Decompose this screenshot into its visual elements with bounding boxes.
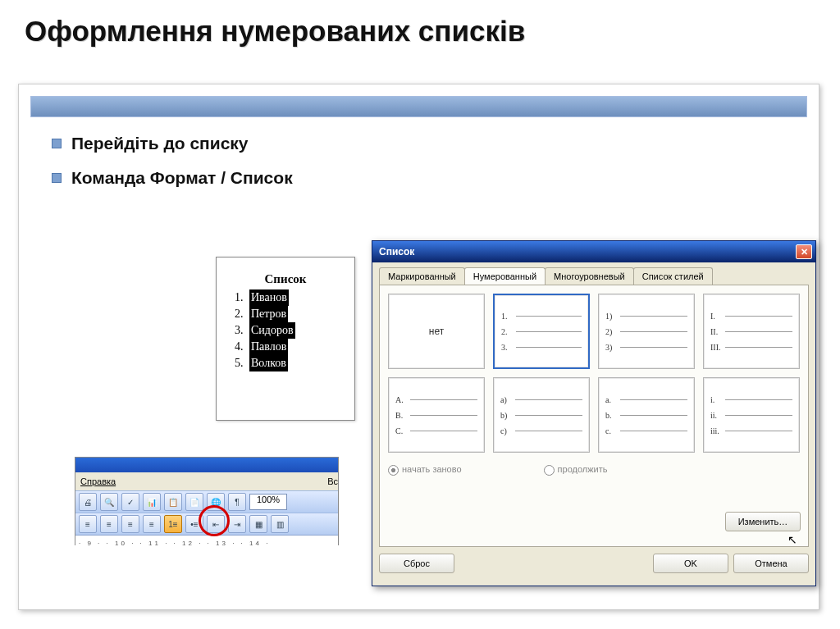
format-option[interactable]: 1. 2. 3. bbox=[493, 294, 590, 369]
window-titlebar bbox=[75, 458, 338, 472]
borders-icon[interactable]: ▦ bbox=[249, 515, 267, 533]
content-frame: Перейдіть до списку Команда Формат / Спи… bbox=[18, 84, 819, 610]
toolbar-screenshot: Справка Вс 🖨 🔍 ✓ 📊 📋 📄 🌐 ¶ 100% ≡ ≡ ≡ ≡ … bbox=[75, 457, 339, 545]
slide-title: Оформлення нумерованих списків bbox=[25, 15, 840, 48]
toolbar-row-2: ≡ ≡ ≡ ≡ 1≡ •≡ ⇤ ⇥ ▦ ▥ bbox=[75, 513, 338, 535]
dialog-body: нет 1. 2. 3. 1) 2) 3) I. II. III. bbox=[379, 285, 809, 547]
dialog-titlebar: Список ✕ bbox=[372, 241, 815, 262]
toolbar-icon[interactable]: 🔍 bbox=[100, 493, 118, 511]
toolbar-row-1: 🖨 🔍 ✓ 📊 📋 📄 🌐 ¶ 100% bbox=[75, 490, 338, 513]
square-bullet-icon bbox=[52, 173, 62, 183]
align-left-icon[interactable]: ≡ bbox=[79, 515, 97, 533]
ruler: · 9 · · 10 · · 11 · · 12 · · 13 · · 14 · bbox=[75, 535, 338, 550]
tab-styles[interactable]: Список стилей bbox=[633, 267, 713, 285]
close-icon[interactable]: ✕ bbox=[796, 244, 812, 259]
bullet-text: Команда Формат / Список bbox=[71, 168, 293, 188]
dialog-title: Список bbox=[379, 246, 414, 258]
format-preview-grid: нет 1. 2. 3. 1) 2) 3) I. II. III. bbox=[388, 294, 800, 453]
bullet-item: Команда Формат / Список bbox=[52, 168, 293, 188]
list-dialog: Список ✕ Маркированный Нумерованный Мног… bbox=[372, 240, 816, 586]
numbered-list-icon[interactable]: 1≡ bbox=[164, 515, 182, 533]
slide: Оформлення нумерованих списків Перейдіть… bbox=[0, 15, 840, 629]
menu-help-label[interactable]: Справка bbox=[80, 476, 116, 486]
format-option[interactable]: a. b. c. bbox=[598, 377, 695, 453]
menu-right-label: Вс bbox=[327, 476, 338, 486]
format-none[interactable]: нет bbox=[388, 294, 485, 369]
toolbar-icon[interactable]: ✓ bbox=[121, 493, 139, 511]
doc-numbered-list: 1.Иванов 2.Петров 3.Сидоров 4.Павлов 5.В… bbox=[235, 289, 336, 371]
list-item: 2.Петров bbox=[235, 306, 336, 322]
list-item: 3.Сидоров bbox=[235, 322, 336, 339]
list-item: 1.Иванов bbox=[235, 289, 336, 306]
dialog-tabs: Маркированный Нумерованный Многоуровневы… bbox=[372, 262, 815, 285]
pilcrow-icon[interactable]: ¶ bbox=[228, 493, 246, 511]
doc-heading: Список bbox=[235, 272, 336, 286]
list-item: 5.Волков bbox=[235, 355, 336, 371]
toolbar-icon[interactable]: 🌐 bbox=[207, 493, 225, 511]
square-bullet-icon bbox=[52, 139, 62, 148]
toolbar-icon[interactable]: 🖨 bbox=[79, 493, 97, 511]
zoom-field[interactable]: 100% bbox=[249, 494, 287, 510]
tab-bulleted[interactable]: Маркированный bbox=[379, 267, 465, 285]
menu-bar: Справка Вс bbox=[75, 472, 338, 490]
format-option[interactable]: I. II. III. bbox=[703, 294, 800, 369]
radio-continue[interactable]: продолжить bbox=[544, 464, 608, 476]
bullet-list: Перейдіть до списку Команда Формат / Спи… bbox=[52, 134, 293, 203]
tab-multilevel[interactable]: Многоуровневый bbox=[545, 267, 634, 285]
bullet-text: Перейдіть до списку bbox=[71, 134, 249, 153]
toolbar-icon[interactable]: 📊 bbox=[143, 493, 161, 511]
reset-button[interactable]: Сброс bbox=[379, 554, 454, 573]
align-center-icon[interactable]: ≡ bbox=[100, 515, 118, 533]
cursor-icon: ↖ bbox=[788, 533, 797, 546]
bulleted-list-icon[interactable]: •≡ bbox=[185, 515, 203, 533]
format-option[interactable]: a) b) c) bbox=[493, 377, 590, 453]
format-option[interactable]: i. ii. iii. bbox=[703, 377, 800, 453]
highlight-icon[interactable]: ▥ bbox=[271, 515, 289, 533]
format-option[interactable]: A. B. C. bbox=[388, 377, 485, 453]
justify-icon[interactable]: ≡ bbox=[143, 515, 161, 533]
decorative-top-bar bbox=[30, 96, 807, 117]
format-option[interactable]: 1) 2) 3) bbox=[598, 294, 695, 369]
align-right-icon[interactable]: ≡ bbox=[121, 515, 139, 533]
cancel-button[interactable]: Отмена bbox=[733, 554, 809, 573]
document-preview: Список 1.Иванов 2.Петров 3.Сидоров 4.Пав… bbox=[216, 257, 355, 421]
change-button[interactable]: Изменить… bbox=[725, 512, 801, 531]
tab-numbered[interactable]: Нумерованный bbox=[464, 267, 546, 285]
toolbar-icon[interactable]: 📋 bbox=[164, 493, 182, 511]
restart-options: начать заново продолжить bbox=[388, 464, 800, 476]
list-item: 4.Павлов bbox=[235, 339, 336, 355]
bullet-item: Перейдіть до списку bbox=[52, 134, 293, 153]
dialog-footer: Сброс OK Отмена bbox=[372, 554, 815, 580]
radio-restart[interactable]: начать заново bbox=[388, 464, 462, 476]
ok-button[interactable]: OK bbox=[653, 554, 728, 573]
increase-indent-icon[interactable]: ⇥ bbox=[228, 515, 246, 533]
decrease-indent-icon[interactable]: ⇤ bbox=[207, 515, 225, 533]
toolbar-icon[interactable]: 📄 bbox=[185, 493, 203, 511]
